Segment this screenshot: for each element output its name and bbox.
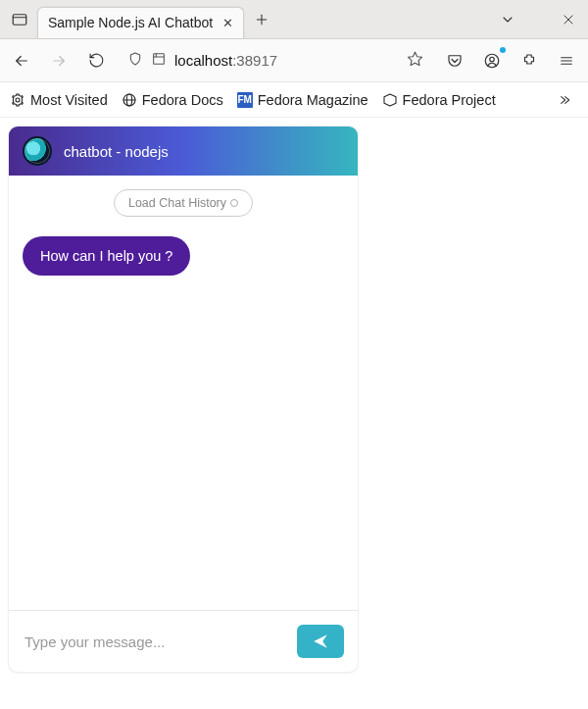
page-content: chatbot - nodejs Load Chat History How c… (0, 118, 588, 709)
spinner-icon (230, 199, 238, 207)
bookmark-star-icon[interactable] (407, 50, 423, 71)
bookmark-fedora-docs[interactable]: Fedora Docs (122, 92, 223, 108)
load-history-button[interactable]: Load Chat History (114, 189, 253, 217)
chat-footer (9, 610, 358, 672)
window-close-icon[interactable] (557, 8, 580, 31)
reload-button[interactable] (82, 47, 110, 75)
bookmark-fedora-project[interactable]: Fedora Project (382, 92, 496, 108)
chat-card: chatbot - nodejs Load Chat History How c… (8, 126, 359, 673)
back-button[interactable] (8, 47, 35, 75)
send-icon (310, 633, 331, 650)
sidebar-toggle-icon[interactable] (8, 8, 31, 31)
forward-button (45, 47, 73, 75)
bookmarks-toolbar: Most Visited Fedora Docs FM Fedora Magaz… (0, 82, 588, 118)
browser-tab[interactable]: Sample Node.js AI Chatbot ✕ (37, 7, 244, 38)
bot-message: How can I help you ? (23, 236, 190, 276)
url-text: localhost:38917 (174, 52, 277, 69)
app-menu-icon[interactable] (553, 47, 580, 75)
extensions-icon[interactable] (515, 47, 543, 75)
url-bar[interactable]: localhost:38917 (120, 45, 431, 76)
fedora-magazine-icon: FM (237, 92, 253, 108)
svg-point-13 (490, 57, 495, 62)
bot-avatar (23, 136, 52, 166)
tab-title: Sample Node.js AI Chatbot (48, 15, 213, 30)
chat-header: chatbot - nodejs (9, 127, 358, 176)
new-tab-button[interactable] (250, 8, 273, 31)
svg-point-17 (16, 98, 20, 102)
message-input[interactable] (23, 633, 287, 651)
shield-icon[interactable] (127, 51, 143, 71)
svg-rect-0 (13, 14, 26, 25)
account-icon[interactable] (478, 47, 506, 75)
bookmarks-overflow-icon[interactable] (551, 86, 578, 114)
pocket-icon[interactable] (441, 47, 468, 75)
svg-rect-8 (154, 53, 165, 64)
svg-marker-11 (408, 52, 421, 65)
tabs-dropdown-icon[interactable] (496, 8, 519, 31)
close-tab-icon[interactable]: ✕ (222, 16, 233, 30)
browser-navbar: localhost:38917 (0, 39, 588, 82)
send-button[interactable] (297, 625, 344, 658)
bookmark-most-visited[interactable]: Most Visited (10, 92, 108, 108)
bookmark-fedora-magazine[interactable]: FM Fedora Magazine (237, 92, 368, 108)
chat-body: Load Chat History How can I help you ? (9, 176, 358, 610)
chat-title: chatbot - nodejs (64, 143, 169, 160)
site-info-icon[interactable] (151, 51, 167, 71)
window-titlebar: Sample Node.js AI Chatbot ✕ (0, 0, 588, 39)
